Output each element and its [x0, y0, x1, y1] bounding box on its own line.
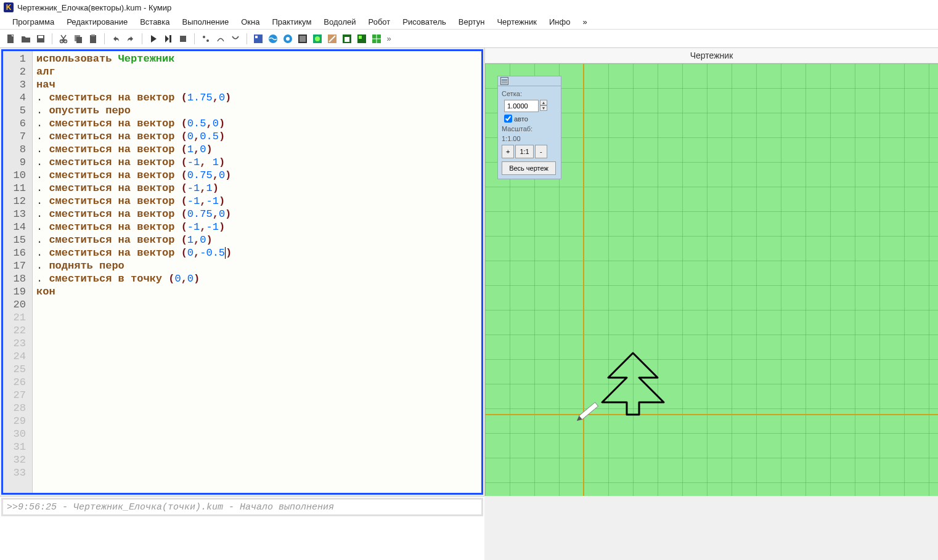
svg-rect-3: [38, 36, 43, 38]
svg-point-17: [206, 39, 209, 42]
stop-icon[interactable]: [177, 33, 189, 45]
window-title: Чертежник_Елочка(векторы).kum - Кумир: [17, 3, 171, 12]
menu-windows[interactable]: Окна: [235, 15, 266, 28]
copy-icon[interactable]: [72, 33, 84, 45]
toolbar-more[interactable]: »: [385, 33, 393, 45]
undo-icon[interactable]: [110, 33, 122, 45]
actor3-icon[interactable]: [282, 33, 294, 45]
save-file-icon[interactable]: [35, 33, 47, 45]
menu-vertun[interactable]: Вертун: [452, 15, 491, 28]
svg-rect-9: [76, 37, 82, 43]
console-panel: >> 9:56:25 - Чертежник_Елочка(точки).kum…: [0, 496, 484, 560]
menu-more[interactable]: »: [576, 15, 593, 28]
actor6-icon[interactable]: [326, 33, 338, 45]
auto-checkbox-input[interactable]: [504, 115, 512, 123]
auto-checkbox[interactable]: авто: [502, 115, 557, 123]
open-file-icon[interactable]: [20, 33, 32, 45]
menu-robot[interactable]: Робот: [362, 15, 397, 28]
auto-label: авто: [514, 115, 528, 123]
svg-rect-30: [345, 37, 349, 42]
menu-edit[interactable]: Редактирование: [60, 15, 134, 28]
paste-icon[interactable]: [87, 33, 99, 45]
new-file-icon[interactable]: [5, 33, 17, 45]
tool-b-icon[interactable]: [214, 33, 227, 45]
cut-icon[interactable]: [57, 33, 70, 45]
tool-c-icon[interactable]: [229, 33, 242, 45]
console-prompt: >>: [7, 502, 18, 513]
canvas-controls: Сетка: ▲ ▼ авто Масштаб: 1:1.00 + 1:1: [497, 76, 561, 179]
svg-point-26: [315, 36, 320, 41]
menu-bar: Программа Редактирование Вставка Выполне…: [0, 15, 938, 30]
actor9-icon[interactable]: [370, 33, 383, 45]
menu-practicum[interactable]: Практикум: [266, 15, 317, 28]
scale-label: Масштаб:: [502, 125, 557, 132]
actor2-icon[interactable]: [267, 33, 279, 45]
canvas-title: Чертежник: [485, 48, 938, 63]
run-icon[interactable]: [147, 33, 160, 45]
svg-point-16: [203, 36, 205, 38]
fit-drawing-button[interactable]: Весь чертеж: [502, 161, 556, 175]
spinner-down-icon[interactable]: ▼: [540, 105, 547, 111]
actor5-icon[interactable]: [311, 33, 324, 45]
redo-icon[interactable]: [124, 33, 137, 45]
tool-a-icon[interactable]: [200, 33, 212, 45]
svg-rect-24: [300, 36, 306, 42]
code-editor[interactable]: 1234567891011121314151617181920212223242…: [1, 49, 483, 495]
zoom-out-button[interactable]: -: [535, 145, 547, 158]
code-area[interactable]: использовать Чертежник алг нач . сместит…: [33, 51, 481, 493]
spinner-up-icon[interactable]: ▲: [540, 100, 547, 105]
drawing-canvas[interactable]: Сетка: ▲ ▼ авто Масштаб: 1:1.00 + 1:1: [485, 63, 938, 496]
menu-risovatel[interactable]: Рисователь: [396, 15, 452, 28]
svg-point-22: [286, 37, 290, 41]
toolbar: »: [0, 30, 938, 48]
svg-marker-13: [165, 35, 169, 43]
panel-menu-button[interactable]: [498, 76, 561, 86]
actor1-icon[interactable]: [252, 33, 264, 45]
menu-insert[interactable]: Вставка: [134, 15, 176, 28]
menu-info[interactable]: Инфо: [543, 15, 576, 28]
menu-vodoley[interactable]: Водолей: [317, 15, 362, 28]
grid-size-input[interactable]: [504, 100, 539, 112]
grid-label: Сетка:: [502, 90, 557, 97]
console-text: 9:56:25 - Чертежник_Елочка(точки).kum - …: [18, 502, 334, 513]
svg-rect-15: [180, 36, 186, 42]
zoom-in-button[interactable]: +: [502, 145, 514, 158]
menu-chertezhnik[interactable]: Чертежник: [491, 15, 543, 28]
line-gutter: 1234567891011121314151617181920212223242…: [3, 51, 33, 493]
svg-marker-12: [151, 35, 157, 43]
actor7-icon[interactable]: [341, 33, 353, 45]
actor8-icon[interactable]: [356, 33, 368, 45]
menu-program[interactable]: Программа: [6, 15, 60, 28]
actor4-icon[interactable]: [296, 33, 309, 45]
svg-rect-19: [255, 36, 258, 38]
hamburger-icon: [500, 77, 508, 85]
zoom-reset-button[interactable]: 1:1: [515, 145, 533, 158]
step-icon[interactable]: [162, 33, 174, 45]
svg-rect-14: [169, 35, 171, 43]
svg-rect-11: [91, 34, 95, 36]
scale-value: 1:1.00: [502, 135, 557, 142]
title-bar: K Чертежник_Елочка(векторы).kum - Кумир: [0, 0, 938, 15]
app-icon: K: [4, 2, 14, 12]
menu-execute[interactable]: Выполнение: [176, 15, 235, 28]
svg-rect-32: [359, 36, 362, 39]
console-output[interactable]: >> 9:56:25 - Чертежник_Елочка(точки).kum…: [1, 498, 483, 516]
